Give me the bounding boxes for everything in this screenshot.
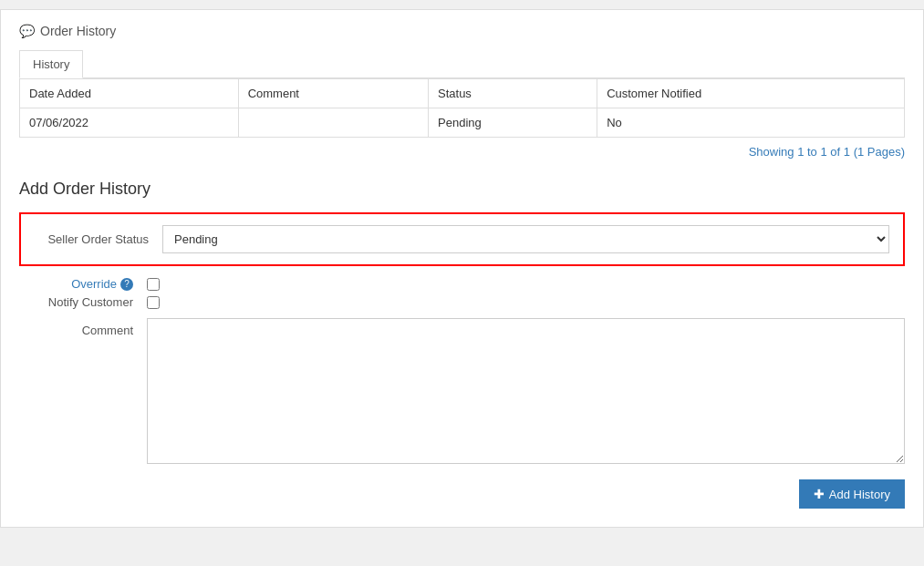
button-row: ✚ Add History <box>19 475 905 509</box>
col-date-added: Date Added <box>20 79 239 108</box>
cell-status: Pending <box>429 108 597 138</box>
comment-label: Comment <box>19 318 147 337</box>
cell-comment <box>238 108 428 138</box>
col-customer-notified: Customer Notified <box>597 79 905 108</box>
comment-row: Comment <box>19 318 905 464</box>
cell-date: 07/06/2022 <box>20 108 239 138</box>
table-body: 07/06/2022 Pending No <box>20 108 905 138</box>
table-row: 07/06/2022 Pending No <box>20 108 905 138</box>
override-row: Override ? <box>19 277 905 291</box>
tab-bar: History <box>19 49 905 78</box>
comment-textarea[interactable] <box>147 318 905 464</box>
tab-history[interactable]: History <box>19 50 83 78</box>
seller-order-status-select[interactable]: Pending Processing Shipped Complete Canc… <box>162 225 889 253</box>
pagination-info: Showing 1 to 1 of 1 (1 Pages) <box>19 138 905 166</box>
seller-order-status-row: Seller Order Status Pending Processing S… <box>35 225 889 253</box>
add-order-history-title: Add Order History <box>19 180 905 199</box>
plus-icon: ✚ <box>814 487 825 501</box>
section-title: 💬 Order History <box>19 24 905 38</box>
chat-icon: 💬 <box>19 24 35 38</box>
pagination-link1: 1 <box>820 145 826 159</box>
form-section-status: Seller Order Status Pending Processing S… <box>19 212 905 266</box>
add-history-button-label: Add History <box>829 488 890 501</box>
override-label: Override ? <box>19 277 147 291</box>
page-wrapper: 💬 Order History History Date Added Comme… <box>0 9 924 528</box>
help-icon[interactable]: ? <box>120 278 133 291</box>
pagination-link2: 1 <box>844 145 850 159</box>
table-head: Date Added Comment Status Customer Notif… <box>20 79 905 108</box>
add-history-button[interactable]: ✚ Add History <box>799 479 905 509</box>
section-title-text: Order History <box>40 24 116 38</box>
override-checkbox[interactable] <box>147 278 160 291</box>
notify-customer-row: Notify Customer <box>19 295 905 309</box>
seller-order-status-label: Seller Order Status <box>35 232 162 246</box>
notify-customer-checkbox[interactable] <box>147 296 160 309</box>
history-table: Date Added Comment Status Customer Notif… <box>19 78 905 138</box>
col-status: Status <box>429 79 597 108</box>
col-comment: Comment <box>238 79 428 108</box>
override-text: Override <box>71 277 117 291</box>
cell-customer-notified: No <box>597 108 905 138</box>
pagination-text: Showing 1 to 1 of 1 (1 Pages) <box>749 145 905 159</box>
notify-customer-label: Notify Customer <box>19 295 147 309</box>
table-header-row: Date Added Comment Status Customer Notif… <box>20 79 905 108</box>
